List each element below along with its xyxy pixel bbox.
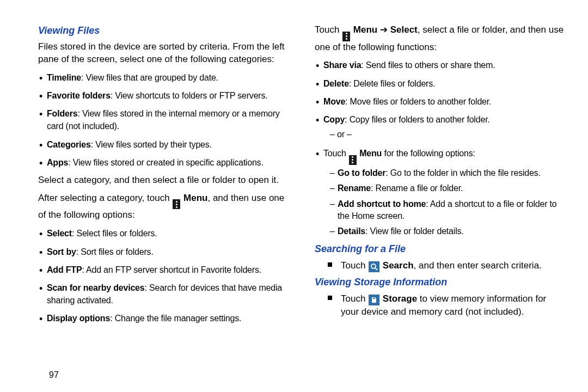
left-column: Viewing Files Files stored in the device… bbox=[38, 22, 289, 330]
menu-icon bbox=[349, 155, 357, 165]
list-item: Copy: Copy files or folders to another f… bbox=[315, 113, 565, 142]
functions-list: Share via: Send files to others or share… bbox=[315, 59, 565, 237]
list-item: Add FTP: Add an FTP server shortcut in F… bbox=[38, 264, 289, 276]
touch-menu-select-text: Touch Menu ➔ Select, select a file or fo… bbox=[315, 24, 565, 53]
heading-storage: Viewing Storage Information bbox=[315, 277, 565, 288]
list-item: Delete: Delete files or folders. bbox=[315, 77, 565, 90]
list-item: Scan for nearby devices: Search for devi… bbox=[38, 281, 289, 307]
storage-icon bbox=[369, 295, 379, 305]
intro-paragraph: Files stored in the device are sorted by… bbox=[38, 41, 289, 66]
list-item: Add shortcut to home: Add a shortcut to … bbox=[330, 198, 565, 223]
list-item: Categories: View files sorted by their t… bbox=[38, 138, 289, 151]
list-item: Go to folder: Go to the folder in which … bbox=[330, 167, 565, 179]
list-item: Sort by: Sort files or folders. bbox=[38, 246, 289, 258]
options-list: Select: Select files or folders. Sort by… bbox=[38, 227, 289, 324]
menu-icon bbox=[342, 32, 350, 41]
list-item: Touch Search, and then enter search crit… bbox=[328, 259, 565, 272]
storage-list: Touch Storage to view memory information… bbox=[315, 292, 565, 318]
list-item: Favorite folders: View shortcuts to fold… bbox=[38, 89, 289, 102]
svg-point-0 bbox=[371, 264, 376, 268]
list-item: Touch Storage to view memory information… bbox=[328, 292, 565, 318]
list-item: Apps: View files stored or created in sp… bbox=[38, 156, 289, 169]
category-list: Timeline: View files that are grouped by… bbox=[38, 71, 289, 169]
page-number: 97 bbox=[49, 370, 59, 380]
list-item: Share via: Send files to others or share… bbox=[315, 59, 565, 71]
search-icon bbox=[369, 261, 379, 272]
list-item: Touch Menu for the following options: Go… bbox=[315, 147, 565, 237]
heading-searching: Searching for a File bbox=[315, 243, 565, 255]
select-category-text: Select a category, and then select a fil… bbox=[38, 174, 289, 187]
manual-page: Viewing Files Files stored in the device… bbox=[0, 0, 588, 336]
list-item: Display options: Change the file manager… bbox=[38, 312, 289, 324]
list-item: Timeline: View files that are grouped by… bbox=[38, 71, 289, 84]
svg-line-1 bbox=[375, 268, 377, 270]
list-item: Rename: Rename a file or folder. bbox=[330, 182, 565, 194]
after-selecting-text: After selecting a category, touch Menu, … bbox=[38, 192, 289, 222]
list-item: Details: View file or folder details. bbox=[330, 225, 565, 237]
list-item: Select: Select files or folders. bbox=[38, 227, 289, 240]
menu-icon bbox=[173, 199, 180, 209]
list-item: Move: Move files or folders to another f… bbox=[315, 95, 565, 108]
right-column: Touch Menu ➔ Select, select a file or fo… bbox=[315, 22, 565, 330]
list-item: Folders: View files stored in the intern… bbox=[38, 107, 289, 132]
heading-viewing-files: Viewing Files bbox=[38, 25, 289, 36]
svg-rect-2 bbox=[373, 298, 375, 299]
search-list: Touch Search, and then enter search crit… bbox=[315, 259, 565, 272]
or-text: – or – bbox=[323, 126, 565, 142]
sub-options-list: Go to folder: Go to the folder in which … bbox=[323, 167, 565, 238]
